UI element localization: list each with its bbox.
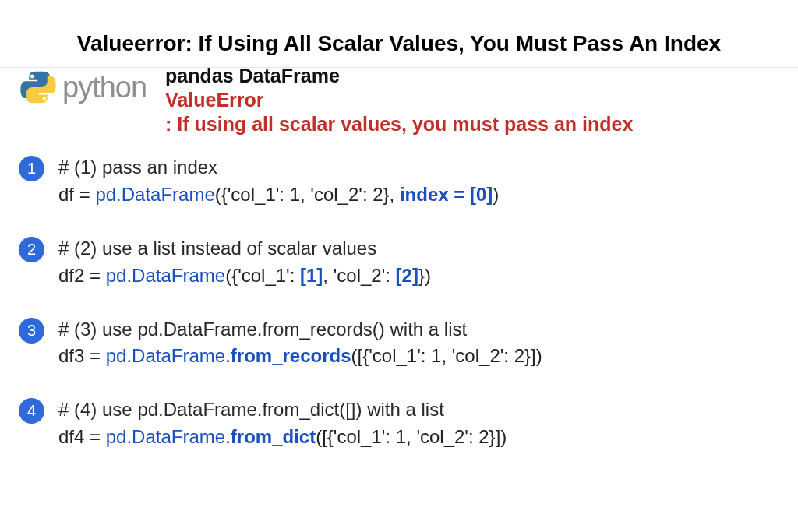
code-block: # (2) use a list instead of scalar value… [58,235,431,290]
python-logo-block: python [19,68,147,107]
example-item: 1 # (1) pass an index df = pd.DataFrame(… [19,154,779,209]
code-line: df = pd.DataFrame({'col_1': 1, 'col_2': … [58,181,499,209]
code-keyword: [2] [396,265,418,286]
code-line: df3 = pd.DataFrame.from_records([{'col_1… [58,343,542,370]
code-text: ) [493,184,499,205]
code-line: df4 = pd.DataFrame.from_dict([{'col_1': … [58,424,507,451]
code-line: df2 = pd.DataFrame({'col_1': [1], 'col_2… [58,262,431,290]
code-text: . [225,345,231,366]
python-logo-text: python [62,71,147,104]
example-item: 4 # (4) use pd.DataFrame.from_dict([]) w… [19,396,779,451]
code-text: , 'col_2': [323,265,395,286]
code-keyword: [1] [300,265,323,286]
header-line-1: pandas DataFrame [165,65,633,87]
example-item: 3 # (3) use pd.DataFrame.from_records() … [19,316,779,371]
header-text: pandas DataFrame ValueError : If using a… [165,65,633,136]
bullet-number: 2 [19,237,44,262]
code-text: df3 = [58,345,106,366]
code-method: from_dict [231,426,316,447]
code-text: ([{'col_1': 1, 'col_2': 2}]) [351,345,542,366]
examples-list: 1 # (1) pass an index df = pd.DataFrame(… [0,150,798,450]
code-comment: # (1) pass an index [58,154,499,181]
code-text: }) [418,265,431,286]
code-text: df = [58,184,95,205]
code-keyword: index = [0] [400,184,493,205]
code-method: from_records [231,345,351,366]
code-text: df4 = [58,426,106,447]
code-comment: # (4) use pd.DataFrame.from_dict([]) wit… [58,396,507,424]
python-logo-icon [19,68,58,107]
bullet-number: 3 [19,318,44,344]
header-line-3: : If using all scalar values, you must p… [165,113,633,136]
code-text: ([{'col_1': 1, 'col_2': 2}]) [316,426,507,447]
bullet-number: 4 [19,398,44,424]
bullet-number: 1 [19,156,44,181]
code-identifier: pd.DataFrame [106,426,225,447]
example-item: 2 # (2) use a list instead of scalar val… [19,235,779,290]
header-row: python pandas DataFrame ValueError : If … [0,54,798,150]
code-block: # (4) use pd.DataFrame.from_dict([]) wit… [58,396,507,451]
code-text: ({'col_1': 1, 'col_2': 2}, [215,184,400,205]
code-text: df2 = [58,265,106,286]
header-line-2: ValueError [165,89,633,111]
code-comment: # (3) use pd.DataFrame.from_records() wi… [58,316,542,344]
code-identifier: pd.DataFrame [106,265,225,286]
code-block: # (1) pass an index df = pd.DataFrame({'… [58,154,499,209]
code-comment: # (2) use a list instead of scalar value… [58,235,431,262]
code-text: . [225,426,231,447]
code-identifier: pd.DataFrame [106,345,225,366]
page-title: Valueerror: If Using All Scalar Values, … [0,0,798,68]
code-identifier: pd.DataFrame [95,184,214,205]
code-block: # (3) use pd.DataFrame.from_records() wi… [58,316,542,371]
code-text: ({'col_1': [225,265,300,286]
